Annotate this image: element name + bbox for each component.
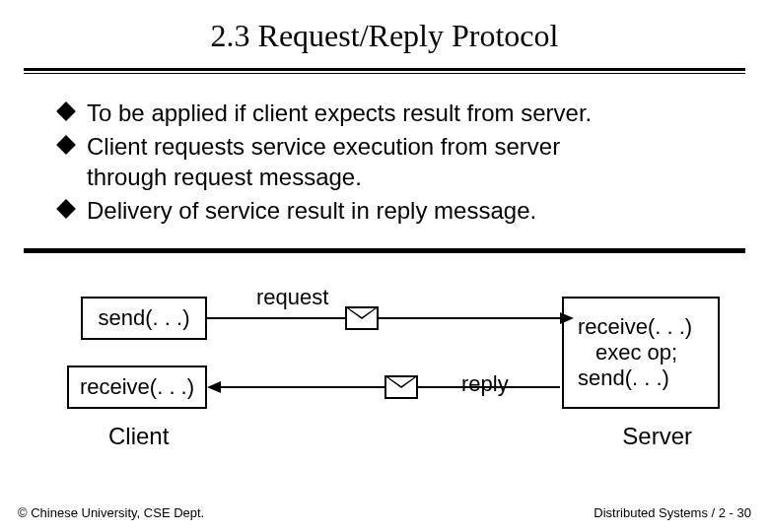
client-receive-box: receive(. . .) bbox=[67, 366, 207, 409]
section-divider bbox=[24, 248, 745, 253]
list-item: To be applied if client expects result f… bbox=[59, 98, 739, 129]
bullet-text: through request message. bbox=[87, 164, 362, 190]
bullet-text: Delivery of service result in reply mess… bbox=[87, 197, 536, 224]
list-item: Delivery of service result in reply mess… bbox=[59, 195, 739, 227]
box-text: receive(. . .) bbox=[578, 314, 692, 340]
box-text: exec op; bbox=[578, 340, 677, 366]
reply-label: reply bbox=[461, 371, 509, 397]
bullet-list: To be applied if client expects result f… bbox=[0, 74, 769, 242]
server-box: receive(. . .) exec op; send(. . .) bbox=[562, 297, 720, 409]
box-text: send(. . .) bbox=[99, 305, 190, 331]
box-text: receive(. . .) bbox=[80, 374, 194, 400]
page-title: 2.3 Request/Reply Protocol bbox=[0, 0, 769, 68]
arrow-right-icon bbox=[560, 312, 574, 324]
request-arrow bbox=[207, 317, 560, 319]
list-item: Client requests service execution from s… bbox=[59, 131, 739, 163]
request-label: request bbox=[256, 285, 328, 310]
list-item-cont: through request message. bbox=[59, 162, 739, 193]
envelope-icon bbox=[384, 375, 418, 399]
diamond-icon bbox=[56, 101, 76, 121]
footer: © Chinese University, CSE Dept. Distribu… bbox=[18, 505, 751, 520]
box-text: send(. . .) bbox=[578, 366, 669, 391]
diamond-icon bbox=[56, 135, 76, 155]
envelope-icon bbox=[345, 306, 379, 330]
bullet-text: To be applied if client expects result f… bbox=[87, 100, 592, 126]
client-send-box: send(. . .) bbox=[81, 297, 207, 340]
protocol-diagram: send(. . .) receive(. . .) receive(. . .… bbox=[39, 279, 730, 446]
client-role-label: Client bbox=[108, 423, 169, 450]
diamond-icon bbox=[56, 199, 76, 219]
server-role-label: Server bbox=[622, 423, 692, 450]
footer-page: Distributed Systems / 2 - 30 bbox=[594, 505, 751, 520]
bullet-text: Client requests service execution from s… bbox=[87, 133, 560, 160]
footer-copyright: © Chinese University, CSE Dept. bbox=[18, 505, 204, 520]
arrow-left-icon bbox=[207, 381, 221, 393]
